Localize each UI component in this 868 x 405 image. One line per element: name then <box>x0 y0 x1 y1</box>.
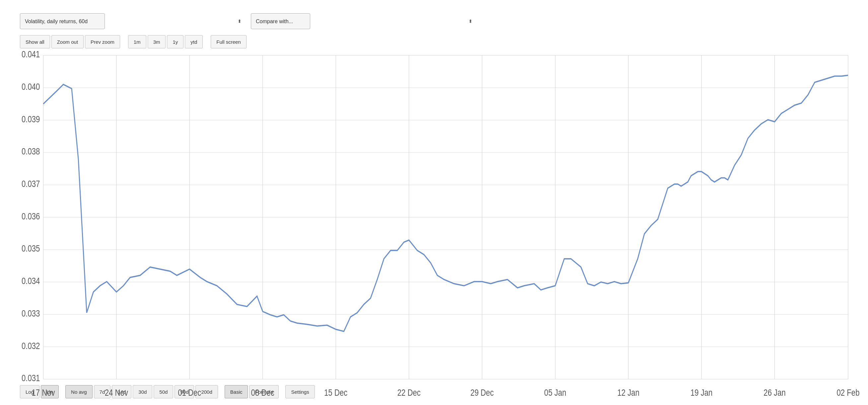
prev-zoom-button[interactable]: Prev zoom <box>85 35 120 48</box>
svg-text:0.034: 0.034 <box>22 276 40 286</box>
svg-text:0.036: 0.036 <box>22 211 40 221</box>
svg-text:15 Dec: 15 Dec <box>324 387 347 398</box>
main-dropdown-wrapper: Volatility, daily returns, 60d ⬍ <box>20 13 246 29</box>
zoom-out-button[interactable]: Zoom out <box>52 35 84 48</box>
svg-text:0.040: 0.040 <box>22 81 40 92</box>
bottom-controls: Log Lin No avg 7d 14d 30d 50d 90d 200d B… <box>20 385 848 398</box>
30d-button[interactable]: 30d <box>133 385 152 398</box>
svg-text:12 Jan: 12 Jan <box>618 387 640 398</box>
main-container: Volatility, daily returns, 60d ⬍ Compare… <box>0 0 868 405</box>
50d-button[interactable]: 50d <box>154 385 173 398</box>
svg-text:26 Jan: 26 Jan <box>764 387 785 398</box>
svg-text:0.037: 0.037 <box>22 179 40 189</box>
main-dropdown-arrow: ⬍ <box>238 19 242 24</box>
svg-text:08 Dec: 08 Dec <box>251 387 274 398</box>
svg-text:0.033: 0.033 <box>22 308 40 318</box>
compare-dropdown-wrapper: Compare with... ⬍ <box>251 13 476 29</box>
svg-text:0.039: 0.039 <box>22 114 40 124</box>
compare-dropdown-arrow: ⬍ <box>468 19 472 24</box>
svg-text:0.031: 0.031 <box>22 373 40 383</box>
svg-text:17 Nov: 17 Nov <box>32 387 55 398</box>
show-all-button[interactable]: Show all <box>20 35 50 48</box>
svg-text:01 Dec: 01 Dec <box>178 387 201 398</box>
full-screen-button[interactable]: Full screen <box>211 35 246 48</box>
zoom-controls: Show all Zoom out Prev zoom 1m 3m 1y ytd… <box>20 35 848 48</box>
settings-button[interactable]: Settings <box>285 385 315 398</box>
top-controls: Volatility, daily returns, 60d ⬍ Compare… <box>20 13 848 29</box>
svg-text:05 Jan: 05 Jan <box>544 387 566 398</box>
no-avg-button[interactable]: No avg <box>65 385 93 398</box>
svg-text:0.041: 0.041 <box>22 49 40 59</box>
main-dropdown[interactable]: Volatility, daily returns, 60d <box>20 13 105 29</box>
svg-text:02 Feb: 02 Feb <box>837 387 860 398</box>
chart-wrapper[interactable]: 0.041 0.040 0.039 0.038 0.037 0.036 0.03… <box>20 55 848 379</box>
svg-text:24 Nov: 24 Nov <box>105 387 128 398</box>
svg-text:0.035: 0.035 <box>22 243 40 254</box>
svg-text:0.038: 0.038 <box>22 146 40 157</box>
svg-text:0.032: 0.032 <box>22 340 40 351</box>
svg-text:22 Dec: 22 Dec <box>397 387 421 398</box>
compare-dropdown[interactable]: Compare with... <box>251 13 310 29</box>
1m-button[interactable]: 1m <box>128 35 146 48</box>
1y-button[interactable]: 1y <box>167 35 184 48</box>
ytd-button[interactable]: ytd <box>185 35 203 48</box>
svg-text:29 Dec: 29 Dec <box>470 387 494 398</box>
3m-button[interactable]: 3m <box>148 35 166 48</box>
chart-svg: 0.041 0.040 0.039 0.038 0.037 0.036 0.03… <box>20 55 848 379</box>
svg-text:19 Jan: 19 Jan <box>690 387 712 398</box>
chart-area: 0.041 0.040 0.039 0.038 0.037 0.036 0.03… <box>20 55 848 379</box>
basic-button[interactable]: Basic <box>225 385 248 398</box>
